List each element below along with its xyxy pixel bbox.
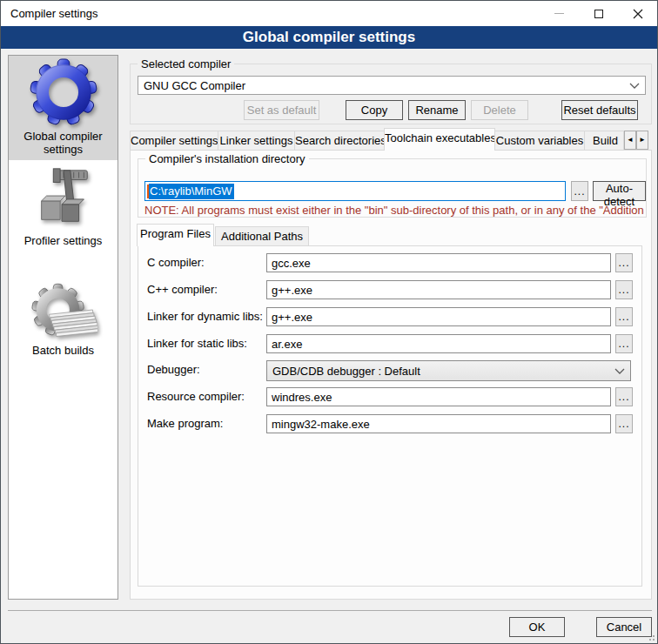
linker-static-label: Linker for static libs: — [147, 334, 247, 353]
tab-scroll-right-button[interactable]: ► — [636, 131, 648, 150]
copy-button[interactable]: Copy — [346, 100, 403, 120]
cpp-compiler-label: C++ compiler: — [147, 280, 218, 299]
installation-note: NOTE: All programs must exist either in … — [144, 204, 644, 217]
program-files-page: C compiler: ... C++ compiler: ... Linker… — [138, 245, 642, 587]
maximize-button[interactable] — [579, 1, 618, 26]
close-button[interactable] — [618, 1, 657, 26]
installation-directory-input[interactable]: C:\raylib\MinGW — [144, 181, 566, 201]
installation-directory-value: C:\raylib\MinGW — [149, 184, 234, 199]
form-row: C++ compiler: ... — [138, 280, 641, 299]
titlebar: Compiler settings — [1, 1, 657, 26]
c-compiler-input[interactable] — [266, 253, 611, 272]
tab-custom-variables[interactable]: Custom variables — [494, 131, 585, 151]
minimize-icon — [554, 13, 564, 14]
cancel-button[interactable]: Cancel — [596, 617, 652, 637]
form-row: Linker for dynamic libs: ... — [138, 307, 641, 326]
tab-search-directories[interactable]: Search directories — [294, 131, 385, 151]
c-compiler-browse-button[interactable]: ... — [615, 253, 633, 272]
sidebar-item-label: Batch builds — [16, 344, 111, 357]
form-row: C compiler: ... — [138, 253, 641, 272]
chevron-down-icon — [614, 368, 625, 374]
form-row: Debugger: GDB/CDB debugger : Default — [138, 360, 641, 381]
make-program-browse-button[interactable]: ... — [615, 414, 633, 433]
tab-scroll-left-button[interactable]: ◄ — [624, 131, 636, 150]
minimize-button[interactable] — [540, 1, 579, 26]
settings-category-list: Global compiler settings Profiler settin… — [8, 55, 118, 600]
resource-compiler-browse-button[interactable]: ... — [615, 387, 633, 406]
compiler-select[interactable]: GNU GCC Compiler — [138, 76, 646, 95]
sidebar-item-profiler-settings[interactable]: Profiler settings — [9, 164, 118, 247]
selected-compiler-group-label: Selected compiler — [138, 57, 234, 70]
installation-directory-group: Compiler's installation directory C:\ray… — [138, 158, 647, 218]
debugger-select[interactable]: GDB/CDB debugger : Default — [266, 360, 631, 381]
close-icon — [633, 9, 643, 19]
debugger-select-value: GDB/CDB debugger : Default — [272, 365, 420, 378]
batch-builds-gear-icon — [30, 278, 97, 344]
tab-build-options-truncated[interactable]: Build — [584, 131, 624, 151]
make-program-label: Make program: — [147, 414, 223, 433]
reset-defaults-button[interactable]: Reset defaults — [561, 100, 638, 120]
toolchain-executables-page: Compiler's installation directory C:\ray… — [130, 150, 652, 600]
footer-divider — [8, 610, 652, 611]
compiler-settings-window: Compiler settings Global compiler settin… — [0, 0, 658, 644]
sidebar-item-batch-builds[interactable]: Batch builds — [9, 278, 118, 357]
linker-static-browse-button[interactable]: ... — [615, 334, 633, 353]
form-row: Resource compiler: ... — [138, 387, 641, 406]
resource-compiler-input[interactable] — [266, 387, 611, 406]
linker-dynamic-browse-button[interactable]: ... — [615, 307, 633, 326]
sidebar-item-global-compiler-settings[interactable]: Global compiler settings — [9, 57, 118, 156]
form-row: Linker for static libs: ... — [138, 334, 641, 353]
ok-button[interactable]: OK — [509, 617, 565, 637]
browse-directory-button[interactable]: ... — [571, 181, 588, 201]
delete-button[interactable]: Delete — [471, 100, 528, 120]
profiler-caliper-icon — [30, 164, 97, 234]
cpp-compiler-input[interactable] — [266, 280, 611, 299]
tab-additional-paths[interactable]: Additional Paths — [215, 226, 309, 246]
tab-toolchain-executables[interactable]: Toolchain executables — [384, 128, 495, 151]
tab-program-files[interactable]: Program Files — [137, 224, 214, 246]
compiler-select-value: GNU GCC Compiler — [144, 79, 245, 92]
sidebar-item-label: Global compiler settings — [16, 130, 111, 156]
debugger-label: Debugger: — [147, 360, 200, 379]
window-title: Compiler settings — [1, 7, 97, 20]
sidebar-item-label: Profiler settings — [16, 234, 111, 247]
rename-button[interactable]: Rename — [408, 100, 466, 120]
linker-dynamic-input[interactable] — [266, 307, 611, 326]
form-row: Make program: ... — [138, 414, 641, 433]
window-controls — [540, 1, 657, 26]
tab-linker-settings[interactable]: Linker settings — [218, 131, 295, 151]
c-compiler-label: C compiler: — [147, 253, 205, 272]
resize-grip-icon[interactable] — [646, 632, 655, 641]
auto-detect-button[interactable]: Auto-detect — [593, 181, 646, 201]
set-as-default-button[interactable]: Set as default — [244, 100, 319, 120]
linker-dynamic-label: Linker for dynamic libs: — [147, 307, 263, 326]
dialog-header: Global compiler settings — [1, 26, 657, 49]
cpp-compiler-browse-button[interactable]: ... — [615, 280, 633, 299]
make-program-input[interactable] — [266, 414, 611, 433]
linker-static-input[interactable] — [266, 334, 611, 353]
tab-compiler-settings[interactable]: Compiler settings — [130, 131, 218, 151]
blue-gear-icon — [30, 57, 97, 130]
installation-directory-group-label: Compiler's installation directory — [145, 152, 309, 165]
chevron-down-icon — [629, 83, 640, 89]
maximize-icon — [594, 10, 603, 18]
resource-compiler-label: Resource compiler: — [147, 387, 245, 406]
selected-compiler-group: Selected compiler GNU GCC Compiler Set a… — [130, 64, 652, 124]
